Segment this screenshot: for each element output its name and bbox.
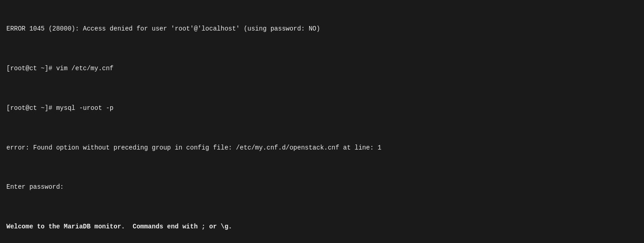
line-2: [root@ct ~]# vim /etc/my.cnf	[6, 64, 638, 74]
terminal-window: ERROR 1045 (28000): Access denied for us…	[6, 5, 638, 243]
line-5: Enter password:	[6, 182, 638, 192]
line-3: [root@ct ~]# mysql -uroot -p	[6, 103, 638, 114]
line-4: error: Found option without preceding gr…	[6, 143, 638, 153]
line-6: Welcome to the MariaDB monitor. Commands…	[6, 222, 638, 232]
line-1: ERROR 1045 (28000): Access denied for us…	[6, 24, 638, 34]
